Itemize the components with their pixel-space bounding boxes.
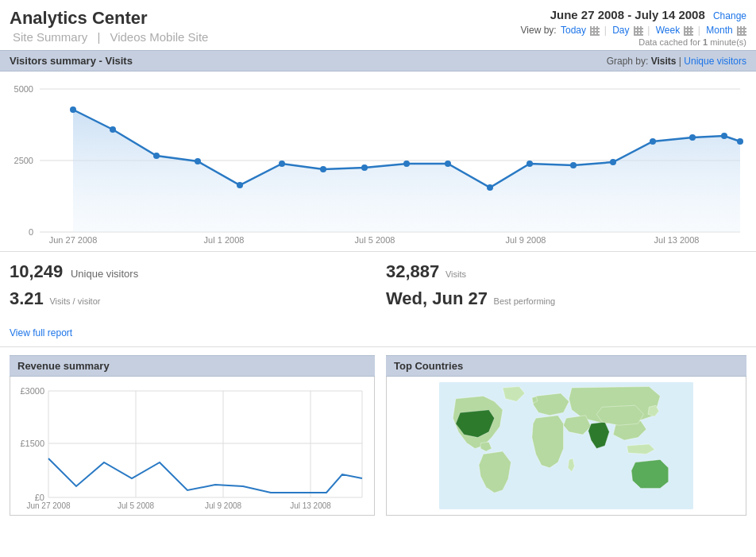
revenue-chart-wrap: £3000 £1500 £0 Jun 27 2008 Jul 5 2008 Ju… [10,377,375,516]
top-countries-section: Top Countries [386,355,746,516]
svg-point-18 [320,166,326,172]
revenue-line-chart: £3000 £1500 £0 Jun 27 2008 Jul 5 2008 Ju… [17,383,366,510]
view-day[interactable]: Day [612,25,629,36]
graph-by-visits[interactable]: Visits [651,56,677,67]
today-grid-icon [590,26,600,36]
visits-label: Visits [446,269,466,279]
unique-visitors-stat: 10,249 Unique visitors [10,261,370,282]
svg-text:Jul 5 2008: Jul 5 2008 [355,235,395,245]
view-by-row: View by: Today | Day | Week | Month [521,25,747,36]
date-range: June 27 2008 - July 14 2008 Change [521,8,747,21]
site-summary-line: Site Summary | Videos Mobile Site [10,30,211,44]
visitors-summary-header: Visitors summary - Visits Graph by: Visi… [0,50,756,72]
header-row: Analytics Center Site Summary | Videos M… [0,0,756,50]
stats-col-right: 32,887 Visits Wed, Jun 27 Best performin… [386,261,746,315]
visitors-summary-title: Visitors summary - Visits [10,55,133,67]
svg-point-24 [570,162,577,168]
svg-point-13 [110,126,116,133]
separator: | [97,30,100,44]
stats-col-left: 10,249 Unique visitors 3.21 Visits / vis… [10,261,370,315]
stats-row: 10,249 Unique visitors 3.21 Visits / vis… [0,252,756,322]
svg-text:0: 0 [29,227,33,237]
view-week[interactable]: Week [656,25,680,36]
day-grid-icon [634,26,643,36]
svg-text:Jul 5 2008: Jul 5 2008 [118,501,155,510]
main-chart-container: 5000 2500 0 Jun 27 2008 Jul 1 2008 Jul 5… [0,72,756,252]
top-countries-header: Top Countries [386,355,746,377]
visits-stat: 32,887 Visits [386,261,746,282]
svg-point-21 [445,161,451,167]
svg-point-20 [403,161,410,167]
svg-text:£3000: £3000 [20,386,44,396]
visits-per-visitor-label: Visits / visitor [49,296,100,306]
view-month[interactable]: Month [706,25,732,36]
svg-point-14 [153,153,160,159]
revenue-section: Revenue summary £3000 £1500 £0 Jun 27 20… [10,355,375,516]
bottom-row: Revenue summary £3000 £1500 £0 Jun 27 20… [0,347,756,524]
revenue-summary-header: Revenue summary [10,355,375,377]
svg-text:Jul 9 2008: Jul 9 2008 [506,235,546,245]
top-countries-wrap [386,377,746,516]
visits-per-visitor-stat: 3.21 Visits / visitor [10,288,370,309]
svg-point-22 [487,184,493,191]
visits-per-visitor-number: 3.21 [10,288,44,308]
week-grid-icon [684,26,693,36]
site-summary-label: Site Summary [13,30,87,44]
best-performing-label: Best performing [494,296,556,306]
svg-point-23 [526,161,533,167]
svg-point-15 [195,158,201,164]
best-performing-date: Wed, Jun 27 [386,288,488,308]
svg-text:Jun 27 2008: Jun 27 2008 [26,501,70,510]
data-cached: Data cached for 1 minute(s) [521,37,747,47]
month-grid-icon [737,26,746,36]
date-range-section: June 27 2008 - July 14 2008 Change View … [521,8,747,47]
svg-point-25 [610,159,616,165]
view-today[interactable]: Today [561,25,586,36]
svg-point-29 [737,138,743,145]
world-map [393,382,739,509]
graph-by-unique[interactable]: Unique visitors [684,56,746,67]
unique-visitors-number: 10,249 [10,261,63,281]
graph-by: Graph by: Visits | Unique visitors [607,56,746,67]
visitors-line-chart: 5000 2500 0 Jun 27 2008 Jul 1 2008 Jul 5… [10,78,746,245]
svg-point-16 [237,182,243,188]
svg-point-26 [650,138,656,145]
site-name: Videos Mobile Site [110,30,208,44]
visits-number: 32,887 [386,261,439,281]
svg-text:Jul 13 2008: Jul 13 2008 [290,501,331,510]
svg-text:Jul 13 2008: Jul 13 2008 [654,235,700,245]
svg-text:Jul 9 2008: Jul 9 2008 [205,501,242,510]
svg-text:5000: 5000 [14,84,33,94]
left-header: Analytics Center Site Summary | Videos M… [10,8,211,44]
svg-text:Jun 27 2008: Jun 27 2008 [49,235,98,245]
svg-point-27 [689,134,696,141]
view-full-report-row: View full report [0,322,756,347]
app-title: Analytics Center [10,8,211,29]
change-link[interactable]: Change [713,10,746,21]
svg-marker-11 [73,110,740,232]
svg-point-28 [721,133,727,139]
svg-text:2500: 2500 [14,156,33,165]
svg-point-12 [70,106,76,113]
svg-text:£1500: £1500 [20,439,44,448]
svg-point-19 [361,164,368,171]
unique-visitors-label: Unique visitors [71,268,138,280]
view-full-report-link[interactable]: View full report [10,327,72,338]
svg-text:Jul 1 2008: Jul 1 2008 [204,235,245,245]
best-performing-stat: Wed, Jun 27 Best performing [386,288,746,309]
view-by-label: View by: [521,25,557,36]
svg-point-17 [279,161,285,167]
